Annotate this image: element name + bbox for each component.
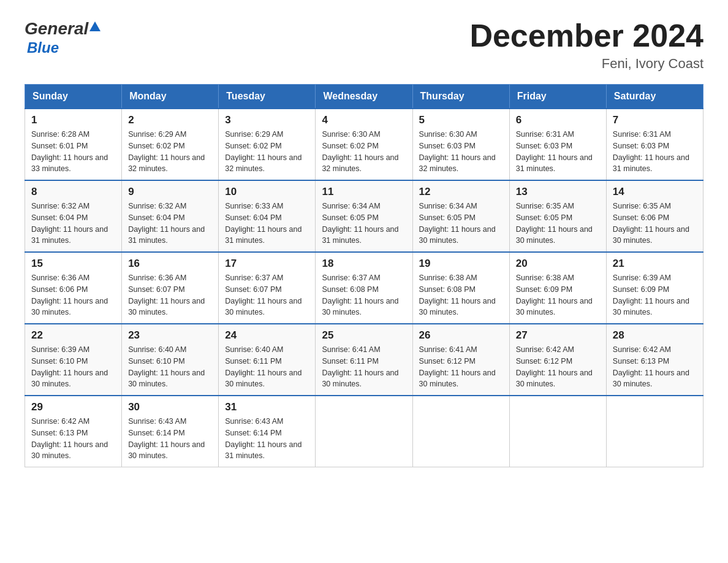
day-number: 21 — [613, 258, 697, 270]
page-header: General Blue December 2024 Feni, Ivory C… — [25, 18, 703, 72]
calendar-table: Sunday Monday Tuesday Wednesday Thursday… — [25, 84, 703, 467]
table-row: 18 Sunrise: 6:37 AM Sunset: 6:08 PM Dayl… — [316, 252, 412, 324]
table-row: 2 Sunrise: 6:29 AM Sunset: 6:02 PM Dayli… — [122, 109, 219, 180]
table-row: 8 Sunrise: 6:32 AM Sunset: 6:04 PM Dayli… — [25, 180, 122, 252]
table-row: 21 Sunrise: 6:39 AM Sunset: 6:09 PM Dayl… — [606, 252, 703, 324]
day-info: Sunrise: 6:41 AM Sunset: 6:12 PM Dayligh… — [419, 344, 503, 390]
day-info: Sunrise: 6:38 AM Sunset: 6:09 PM Dayligh… — [516, 272, 600, 318]
day-info: Sunrise: 6:37 AM Sunset: 6:08 PM Dayligh… — [322, 272, 406, 318]
col-header-tuesday: Tuesday — [219, 85, 316, 109]
day-number: 3 — [225, 114, 309, 126]
day-number: 8 — [31, 186, 115, 198]
month-year-title: December 2024 — [469, 18, 703, 53]
calendar-week-row: 8 Sunrise: 6:32 AM Sunset: 6:04 PM Dayli… — [25, 180, 703, 252]
table-row: 3 Sunrise: 6:29 AM Sunset: 6:02 PM Dayli… — [219, 109, 316, 180]
day-info: Sunrise: 6:33 AM Sunset: 6:04 PM Dayligh… — [225, 201, 309, 247]
day-number: 14 — [613, 186, 697, 198]
calendar-week-row: 29 Sunrise: 6:42 AM Sunset: 6:13 PM Dayl… — [25, 396, 703, 467]
table-row — [606, 396, 703, 467]
calendar-week-row: 15 Sunrise: 6:36 AM Sunset: 6:06 PM Dayl… — [25, 252, 703, 324]
day-info: Sunrise: 6:36 AM Sunset: 6:06 PM Dayligh… — [31, 272, 115, 318]
day-number: 26 — [419, 329, 503, 342]
day-number: 12 — [419, 186, 503, 198]
table-row: 17 Sunrise: 6:37 AM Sunset: 6:07 PM Dayl… — [219, 252, 316, 324]
logo-blue: Blue — [25, 39, 102, 57]
day-number: 5 — [419, 114, 503, 126]
location-subtitle: Feni, Ivory Coast — [469, 56, 703, 72]
day-number: 29 — [31, 401, 115, 413]
day-number: 6 — [516, 114, 600, 126]
table-row: 23 Sunrise: 6:40 AM Sunset: 6:10 PM Dayl… — [122, 324, 219, 396]
calendar-header-row: Sunday Monday Tuesday Wednesday Thursday… — [25, 85, 703, 109]
day-number: 13 — [516, 186, 600, 198]
day-number: 19 — [419, 258, 503, 270]
table-row — [316, 396, 412, 467]
day-number: 4 — [322, 114, 406, 126]
day-info: Sunrise: 6:29 AM Sunset: 6:02 PM Dayligh… — [225, 129, 309, 175]
title-area: December 2024 Feni, Ivory Coast — [469, 18, 703, 72]
calendar-week-row: 22 Sunrise: 6:39 AM Sunset: 6:10 PM Dayl… — [25, 324, 703, 396]
table-row: 9 Sunrise: 6:32 AM Sunset: 6:04 PM Dayli… — [122, 180, 219, 252]
day-info: Sunrise: 6:30 AM Sunset: 6:02 PM Dayligh… — [322, 129, 406, 175]
day-info: Sunrise: 6:43 AM Sunset: 6:14 PM Dayligh… — [225, 416, 309, 462]
table-row: 16 Sunrise: 6:36 AM Sunset: 6:07 PM Dayl… — [122, 252, 219, 324]
table-row: 6 Sunrise: 6:31 AM Sunset: 6:03 PM Dayli… — [509, 109, 606, 180]
table-row: 4 Sunrise: 6:30 AM Sunset: 6:02 PM Dayli… — [316, 109, 412, 180]
day-number: 27 — [516, 329, 600, 342]
table-row: 29 Sunrise: 6:42 AM Sunset: 6:13 PM Dayl… — [25, 396, 122, 467]
table-row: 5 Sunrise: 6:30 AM Sunset: 6:03 PM Dayli… — [412, 109, 509, 180]
table-row: 13 Sunrise: 6:35 AM Sunset: 6:05 PM Dayl… — [509, 180, 606, 252]
table-row — [412, 396, 509, 467]
table-row: 26 Sunrise: 6:41 AM Sunset: 6:12 PM Dayl… — [412, 324, 509, 396]
table-row: 24 Sunrise: 6:40 AM Sunset: 6:11 PM Dayl… — [219, 324, 316, 396]
table-row: 14 Sunrise: 6:35 AM Sunset: 6:06 PM Dayl… — [606, 180, 703, 252]
table-row: 28 Sunrise: 6:42 AM Sunset: 6:13 PM Dayl… — [606, 324, 703, 396]
day-info: Sunrise: 6:40 AM Sunset: 6:10 PM Dayligh… — [128, 344, 212, 390]
day-info: Sunrise: 6:34 AM Sunset: 6:05 PM Dayligh… — [419, 201, 503, 247]
calendar-week-row: 1 Sunrise: 6:28 AM Sunset: 6:01 PM Dayli… — [25, 109, 703, 180]
day-number: 1 — [31, 114, 115, 126]
col-header-saturday: Saturday — [606, 85, 703, 109]
day-info: Sunrise: 6:42 AM Sunset: 6:13 PM Dayligh… — [613, 344, 697, 390]
day-info: Sunrise: 6:36 AM Sunset: 6:07 PM Dayligh… — [128, 272, 212, 318]
day-info: Sunrise: 6:30 AM Sunset: 6:03 PM Dayligh… — [419, 129, 503, 175]
day-info: Sunrise: 6:39 AM Sunset: 6:09 PM Dayligh… — [613, 272, 697, 318]
day-info: Sunrise: 6:29 AM Sunset: 6:02 PM Dayligh… — [128, 129, 212, 175]
table-row: 27 Sunrise: 6:42 AM Sunset: 6:12 PM Dayl… — [509, 324, 606, 396]
col-header-sunday: Sunday — [25, 85, 122, 109]
day-number: 16 — [128, 258, 212, 270]
day-info: Sunrise: 6:32 AM Sunset: 6:04 PM Dayligh… — [31, 201, 115, 247]
table-row: 20 Sunrise: 6:38 AM Sunset: 6:09 PM Dayl… — [509, 252, 606, 324]
day-info: Sunrise: 6:31 AM Sunset: 6:03 PM Dayligh… — [613, 129, 697, 175]
day-info: Sunrise: 6:35 AM Sunset: 6:05 PM Dayligh… — [516, 201, 600, 247]
day-number: 17 — [225, 258, 309, 270]
day-number: 10 — [225, 186, 309, 198]
table-row: 10 Sunrise: 6:33 AM Sunset: 6:04 PM Dayl… — [219, 180, 316, 252]
day-info: Sunrise: 6:43 AM Sunset: 6:14 PM Dayligh… — [128, 416, 212, 462]
col-header-friday: Friday — [509, 85, 606, 109]
day-info: Sunrise: 6:32 AM Sunset: 6:04 PM Dayligh… — [128, 201, 212, 247]
table-row: 12 Sunrise: 6:34 AM Sunset: 6:05 PM Dayl… — [412, 180, 509, 252]
day-number: 30 — [128, 401, 212, 413]
day-number: 23 — [128, 329, 212, 342]
day-info: Sunrise: 6:39 AM Sunset: 6:10 PM Dayligh… — [31, 344, 115, 390]
day-info: Sunrise: 6:28 AM Sunset: 6:01 PM Dayligh… — [31, 129, 115, 175]
table-row: 7 Sunrise: 6:31 AM Sunset: 6:03 PM Dayli… — [606, 109, 703, 180]
day-number: 7 — [613, 114, 697, 126]
svg-marker-0 — [89, 21, 100, 31]
day-info: Sunrise: 6:35 AM Sunset: 6:06 PM Dayligh… — [613, 201, 697, 247]
day-number: 2 — [128, 114, 212, 126]
day-info: Sunrise: 6:40 AM Sunset: 6:11 PM Dayligh… — [225, 344, 309, 390]
day-info: Sunrise: 6:37 AM Sunset: 6:07 PM Dayligh… — [225, 272, 309, 318]
table-row: 31 Sunrise: 6:43 AM Sunset: 6:14 PM Dayl… — [219, 396, 316, 467]
day-number: 28 — [613, 329, 697, 342]
day-number: 24 — [225, 329, 309, 342]
day-number: 25 — [322, 329, 406, 342]
table-row: 19 Sunrise: 6:38 AM Sunset: 6:08 PM Dayl… — [412, 252, 509, 324]
table-row — [509, 396, 606, 467]
col-header-monday: Monday — [122, 85, 219, 109]
day-info: Sunrise: 6:38 AM Sunset: 6:08 PM Dayligh… — [419, 272, 503, 318]
day-info: Sunrise: 6:31 AM Sunset: 6:03 PM Dayligh… — [516, 129, 600, 175]
table-row: 25 Sunrise: 6:41 AM Sunset: 6:11 PM Dayl… — [316, 324, 412, 396]
col-header-thursday: Thursday — [412, 85, 509, 109]
